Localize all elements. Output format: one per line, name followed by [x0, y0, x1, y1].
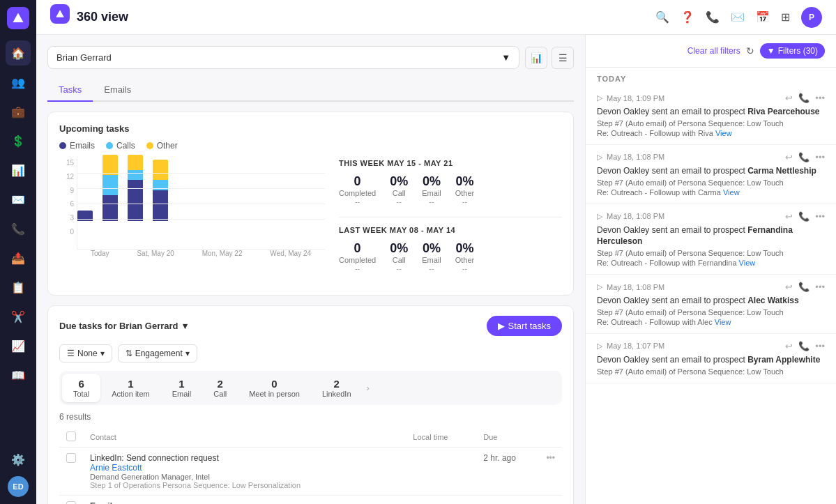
feed-view-link-4[interactable]: View: [715, 318, 731, 326]
row-localtime-cell: [406, 448, 476, 496]
reply-icon-1[interactable]: ↩: [785, 93, 793, 103]
task-tab-total-count: 6: [73, 378, 89, 390]
stat-lw-completed-sub: --: [339, 264, 376, 273]
more-icon-2[interactable]: •••: [815, 152, 825, 162]
nav-analytics[interactable]: 📈: [6, 333, 31, 358]
last-week-stats-row: 0 Completed -- 0% Call --: [339, 241, 562, 273]
task-tab-email-label: Email: [172, 390, 192, 398]
calendar-icon[interactable]: 📅: [756, 10, 770, 24]
task-tab-total[interactable]: 6 Total: [62, 374, 100, 402]
task-tab-email-count: 1: [172, 378, 192, 390]
list-view-button[interactable]: ☰: [552, 47, 574, 69]
refresh-icon[interactable]: ↻: [746, 45, 754, 56]
y-label-15: 15: [59, 159, 74, 167]
y-label-0: 0: [59, 228, 74, 236]
bars-wrapper: 15 12 9 6 3 0: [59, 159, 325, 250]
stat-lw-email-sub: --: [422, 264, 441, 273]
feed-view-link-1[interactable]: View: [715, 129, 732, 137]
task-tab-call[interactable]: 2 Call: [202, 374, 238, 402]
clear-all-filters-button[interactable]: Clear all filters: [687, 46, 740, 56]
feed-prospect-5: Byram Applewhite: [747, 355, 820, 365]
reply-icon-2[interactable]: ↩: [785, 152, 793, 162]
svg-marker-0: [13, 13, 24, 23]
email-row-checkbox[interactable]: [66, 501, 76, 504]
task-tab-email[interactable]: 1 Email: [161, 374, 203, 402]
user-avatar-header[interactable]: P: [801, 7, 822, 28]
help-icon[interactable]: ❓: [681, 10, 694, 24]
person-dropdown[interactable]: Brian Gerrard ▼: [47, 46, 519, 69]
x-label-today: Today: [91, 250, 109, 257]
due-tasks-dropdown-icon[interactable]: ▾: [183, 321, 188, 331]
reply-icon-3[interactable]: ↩: [785, 211, 793, 222]
nav-deals[interactable]: 💼: [6, 99, 31, 124]
view-icons: 📊 ☰: [525, 47, 574, 69]
none-filter-button[interactable]: ☰ None ▾: [59, 344, 112, 362]
phone-icon[interactable]: 📞: [706, 10, 720, 24]
more-icon-3[interactable]: •••: [815, 211, 825, 222]
task-tabs-arrow[interactable]: ›: [363, 383, 374, 393]
bar-wed-email: [153, 190, 168, 221]
search-icon[interactable]: 🔍: [655, 10, 669, 24]
nav-contacts[interactable]: 👥: [6, 70, 31, 95]
chart-stats: THIS WEEK MAY 15 - MAY 21 0 Completed --…: [325, 159, 562, 284]
nav-settings[interactable]: ⚙️: [6, 447, 31, 472]
feed-play-icon-1: ▷: [597, 93, 602, 102]
upcoming-tasks-card: Upcoming tasks Emails Calls Other: [47, 112, 574, 296]
phone-action-icon-2[interactable]: 📞: [798, 152, 810, 162]
reply-icon-4[interactable]: ↩: [785, 282, 793, 292]
right-panel-header: Clear all filters ↻ ▼ Filters (30): [586, 35, 836, 68]
contact-name[interactable]: Arnie Eastcott: [90, 463, 399, 473]
start-tasks-button[interactable]: ▶ Start tasks: [487, 316, 562, 336]
y-label-3: 3: [59, 214, 74, 222]
more-icon-5[interactable]: •••: [815, 341, 825, 351]
feed-item-2-time-row: ▷ May 18, 1:08 PM ↩ 📞 •••: [597, 152, 825, 162]
nav-calls[interactable]: 📞: [6, 216, 31, 241]
nav-send[interactable]: 📤: [6, 245, 31, 270]
grid-line-3: [77, 219, 325, 220]
nav-home[interactable]: 🏠: [6, 40, 31, 66]
user-avatar-nav[interactable]: ED: [8, 476, 29, 497]
nav-revenue[interactable]: 💲: [6, 128, 31, 153]
mail-icon[interactable]: ✉️: [731, 10, 745, 24]
more-icon-4[interactable]: •••: [815, 282, 825, 292]
reply-icon-5[interactable]: ↩: [785, 341, 793, 351]
feed-text-1: Devon Oakley sent an email to prospect R…: [597, 106, 825, 118]
phone-action-icon-3[interactable]: 📞: [798, 211, 810, 222]
task-tab-action[interactable]: 1 Action item: [100, 374, 160, 402]
grid-icon[interactable]: ⊞: [781, 10, 790, 24]
tab-tasks[interactable]: Tasks: [47, 79, 93, 102]
feed-re-2: Re: Outreach - Followup with Carma View: [597, 188, 825, 197]
engagement-filter-button[interactable]: ⇅ Engagement ▾: [118, 344, 197, 362]
row-checkbox[interactable]: [66, 453, 76, 463]
phone-action-icon-1[interactable]: 📞: [798, 93, 810, 103]
feed-actions-3: ↩ 📞 •••: [785, 211, 825, 222]
chart-view-button[interactable]: 📊: [525, 47, 547, 69]
filters-button[interactable]: ▼ Filters (30): [760, 43, 825, 59]
task-tab-total-label: Total: [73, 390, 89, 398]
nav-snippets[interactable]: ✂️: [6, 304, 31, 329]
task-tab-linkedin[interactable]: 2 LinkedIn: [311, 374, 363, 402]
stat-email-label: Email: [422, 189, 441, 197]
nav-sequences[interactable]: ✉️: [6, 187, 31, 212]
feed-view-link-3[interactable]: View: [739, 259, 756, 267]
nav-tasks[interactable]: 📋: [6, 275, 31, 300]
feed-re-3: Re: Outreach - Followup with Fernandina …: [597, 259, 825, 267]
more-icon-1[interactable]: •••: [815, 93, 825, 103]
app-logo[interactable]: [7, 7, 29, 29]
feed-step-1: Step #7 (Auto email) of Persona Sequence…: [597, 119, 825, 128]
phone-action-icon-4[interactable]: 📞: [798, 282, 810, 292]
nav-reports[interactable]: 📊: [6, 158, 31, 183]
row-more-icon[interactable]: •••: [546, 453, 555, 463]
phone-action-icon-5[interactable]: 📞: [798, 341, 810, 351]
last-week-label: LAST WEEK MAY 08 - MAY 14: [339, 226, 562, 234]
y-label-9: 9: [59, 187, 74, 194]
select-all-checkbox[interactable]: [66, 432, 76, 441]
task-tab-meet[interactable]: 0 Meet in person: [238, 374, 311, 402]
engagement-filter-label: Engagement: [135, 349, 183, 358]
bar-mon-email: [128, 180, 143, 221]
nav-playbooks[interactable]: 📖: [6, 362, 31, 388]
feed-item-2: ▷ May 18, 1:08 PM ↩ 📞 ••• Devon Oakley s…: [586, 145, 836, 204]
filter-funnel-icon: ▼: [767, 46, 775, 56]
tab-emails[interactable]: Emails: [93, 79, 142, 102]
feed-view-link-2[interactable]: View: [723, 188, 740, 197]
